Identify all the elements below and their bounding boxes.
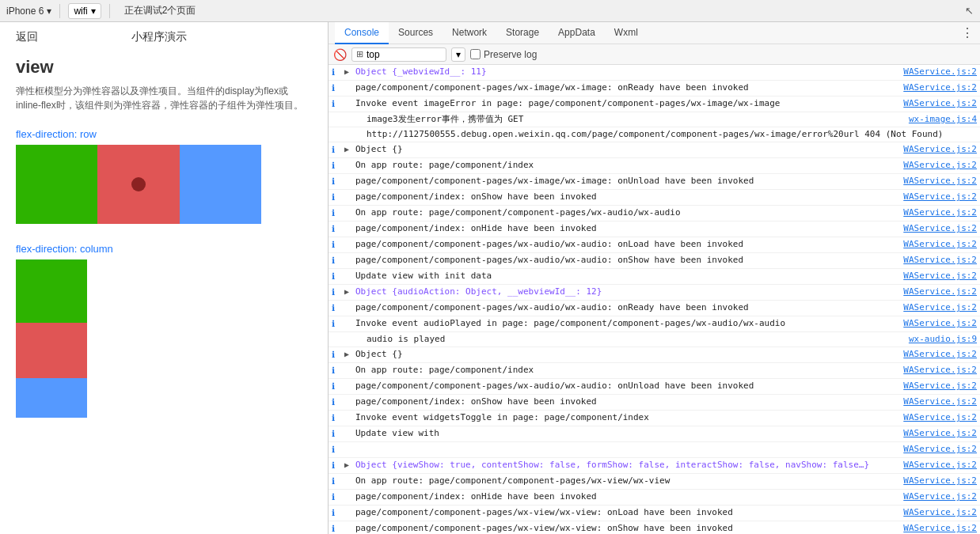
console-source-link[interactable]: WAService.js:2 xyxy=(897,459,977,472)
console-source-link[interactable]: WAService.js:2 xyxy=(897,66,977,78)
console-message: On app route: page/component/index xyxy=(355,159,897,172)
console-message: Object {} xyxy=(355,348,897,361)
info-icon: ℹ xyxy=(332,82,343,95)
console-source-link[interactable]: WAService.js:2 xyxy=(897,411,977,424)
log-level-dropdown[interactable]: ▾ xyxy=(451,47,465,62)
tab-appdata[interactable]: AppData xyxy=(549,22,605,44)
main-layout: 返回 小程序演示 view 弹性框模型分为弹性容器以及弹性项目。当组件的disp… xyxy=(0,22,980,534)
tab-sources[interactable]: Sources xyxy=(389,22,443,44)
console-source-link[interactable]: WAService.js:2 xyxy=(897,475,977,487)
console-source-link[interactable]: WAService.js:2 xyxy=(897,380,977,392)
console-message: page/component/component-pages/wx-image/… xyxy=(355,81,897,94)
console-row: ℹ▶Object {viewShow: true, contentShow: f… xyxy=(329,458,980,474)
console-row: ℹ page/component/component-pages/wx-audi… xyxy=(329,379,980,395)
info-icon: ℹ xyxy=(332,176,343,188)
console-output[interactable]: ℹ▶Object {_webviewId__: 11}WAService.js:… xyxy=(329,65,980,534)
console-source-link[interactable]: WAService.js:2 xyxy=(897,254,977,267)
console-toolbar: 🚫 ⊞ ▾ Preserve log xyxy=(329,44,980,65)
console-source-link[interactable]: WAService.js:2 xyxy=(897,175,977,187)
phone-preview-panel: 返回 小程序演示 view 弹性框模型分为弹性容器以及弹性项目。当组件的disp… xyxy=(0,22,329,534)
tab-network[interactable]: Network xyxy=(443,22,496,44)
console-source-link[interactable]: WAService.js:2 xyxy=(897,143,977,156)
expand-triangle[interactable]: ▶ xyxy=(344,459,354,472)
console-source-link[interactable]: WAService.js:2 xyxy=(897,159,977,172)
tab-storage[interactable]: Storage xyxy=(496,22,549,44)
console-row: ℹ page/component/component-pages/wx-view… xyxy=(329,521,980,534)
filter-input-wrapper[interactable]: ⊞ xyxy=(351,47,446,62)
top-bar: iPhone 6 ▾ wifi ▾ 正在调试2个页面 ↖ xyxy=(0,0,980,22)
console-message: page/component/component-pages/wx-audio/… xyxy=(355,380,897,392)
filter-input[interactable] xyxy=(367,49,442,60)
cursor-tool-icon[interactable]: ↖ xyxy=(965,5,974,17)
device-dropdown-icon: ▾ xyxy=(47,6,51,17)
info-icon: ℹ xyxy=(332,191,343,204)
console-source-link[interactable]: WAService.js:2 xyxy=(897,396,977,408)
info-icon: ℹ xyxy=(332,207,343,220)
flex-row-demo xyxy=(16,145,261,224)
flex-box-blue xyxy=(180,145,261,224)
flex-box-green xyxy=(16,145,97,224)
console-row: ℹ page/component/component-pages/wx-imag… xyxy=(329,81,980,97)
console-row: ℹ▶Object {}WAService.js:2 xyxy=(329,142,980,158)
flex-circle xyxy=(131,177,146,191)
device-selector[interactable]: iPhone 6 ▾ xyxy=(6,6,51,17)
console-row: ℹ▶Object {_webviewId__: 11}WAService.js:… xyxy=(329,65,980,81)
tab-wxml[interactable]: Wxml xyxy=(605,22,648,44)
phone-header: 返回 小程序演示 xyxy=(16,30,312,44)
info-icon: ℹ xyxy=(332,66,343,79)
expand-triangle[interactable]: ▶ xyxy=(344,143,354,156)
expand-triangle[interactable]: ▶ xyxy=(344,286,354,298)
console-row: ℹ page/component/index: onShow have been… xyxy=(329,395,980,411)
console-source-link[interactable]: WAService.js:2 xyxy=(897,317,977,330)
network-selector[interactable]: wifi ▾ xyxy=(68,3,101,19)
console-source-link[interactable]: WAService.js:2 xyxy=(897,286,977,298)
console-source-link[interactable]: wx-image.js:4 xyxy=(902,113,977,126)
info-icon: ℹ xyxy=(332,318,343,331)
console-row: ℹ On app route: page/component/indexWASe… xyxy=(329,363,980,379)
debug-status: 正在调试2个页面 xyxy=(124,4,196,17)
console-row: ℹ Invoke event imageError in page: page/… xyxy=(329,97,980,112)
info-icon: ℹ xyxy=(332,396,343,409)
separator2 xyxy=(109,4,110,18)
console-source-link[interactable]: WAService.js:2 xyxy=(897,522,977,534)
console-message: Update view with xyxy=(355,427,897,440)
expand-triangle[interactable]: ▶ xyxy=(344,66,354,78)
info-icon: ℹ xyxy=(332,491,343,504)
console-source-link[interactable]: WAService.js:2 xyxy=(897,191,977,203)
info-icon: ℹ xyxy=(332,381,343,393)
clear-console-button[interactable]: 🚫 xyxy=(333,48,347,61)
expand-triangle[interactable]: ▶ xyxy=(344,348,354,361)
console-source-link[interactable]: WAService.js:2 xyxy=(897,364,977,377)
console-message: page/component/component-pages/wx-audio/… xyxy=(355,238,897,251)
device-label: iPhone 6 xyxy=(6,6,44,17)
console-row: ℹ Invoke event widgetsToggle in page: pa… xyxy=(329,411,980,426)
console-source-link[interactable]: WAService.js:2 xyxy=(897,238,977,251)
flex-row-label: flex-direction: row xyxy=(16,128,312,140)
console-source-link[interactable]: WAService.js:2 xyxy=(897,222,977,235)
console-message: Object {audioAction: Object, __webviewId… xyxy=(355,286,897,298)
info-icon: ℹ xyxy=(332,239,343,252)
console-source-link[interactable]: WAService.js:2 xyxy=(897,301,977,314)
console-source-link[interactable]: WAService.js:2 xyxy=(897,97,977,110)
tab-console[interactable]: Console xyxy=(335,22,389,44)
console-message: http://1127500555.debug.open.weixin.qq.c… xyxy=(367,128,977,141)
devtools-more-button[interactable]: ⋮ xyxy=(961,25,974,40)
console-row: ℹ page/component/component-pages/wx-audi… xyxy=(329,301,980,316)
console-source-link[interactable]: WAService.js:2 xyxy=(897,270,977,282)
console-row: ℹ page/component/component-pages/wx-audi… xyxy=(329,253,980,269)
console-source-link[interactable]: WAService.js:2 xyxy=(897,443,977,456)
console-source-link[interactable]: wx-audio.js:9 xyxy=(902,333,977,346)
devtools-tabs-bar: Console Sources Network Storage AppData … xyxy=(329,22,980,44)
back-button[interactable]: 返回 xyxy=(16,30,38,44)
preserve-log-checkbox[interactable] xyxy=(470,49,481,59)
console-message: Invoke event audioPlayed in page: page/c… xyxy=(355,317,897,330)
info-icon: ℹ xyxy=(332,271,343,283)
console-source-link[interactable]: WAService.js:2 xyxy=(897,348,977,361)
console-source-link[interactable]: WAService.js:2 xyxy=(897,81,977,94)
preserve-log-toggle[interactable]: Preserve log xyxy=(470,49,537,60)
console-source-link[interactable]: WAService.js:2 xyxy=(897,490,977,503)
console-source-link[interactable]: WAService.js:2 xyxy=(897,506,977,519)
console-source-link[interactable]: WAService.js:2 xyxy=(897,427,977,440)
console-source-link[interactable]: WAService.js:2 xyxy=(897,206,977,219)
flex-col-label: flex-direction: column xyxy=(16,243,312,255)
